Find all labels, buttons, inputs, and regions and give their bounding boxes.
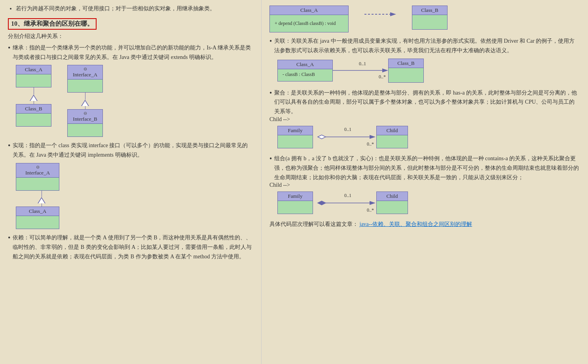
bullet-composition: • 组合(a 拥有 b，a 没了 b 也就没了，实心)：也是关联关系的一种特例，… [269, 154, 580, 214]
svg-marker-9 [370, 201, 376, 205]
comp-text: 组合(a 拥有 b，a 没了 b 也就没了，实心)：也是关联关系的一种特例，他体… [274, 154, 580, 182]
dep-class-b: Class_B [412, 6, 448, 30]
assoc-text: 关联：关联关系在 java 中一般使用成员变量来实现，有时也用方法形参的形式实现… [274, 36, 580, 55]
bullet-aggregation: • 聚合：是关联关系的一种特例，他体现的是整体与部分、拥有的关系，即 has-a… [269, 88, 580, 148]
impl-class-a: Class_A [16, 207, 59, 229]
section-title: 10、继承和聚合的区别在哪。 [8, 18, 97, 30]
comp-dot: • [269, 154, 272, 164]
bullet-association: • 关联：关联关系在 java 中一般使用成员变量来实现，有时也用方法形参的形式… [269, 36, 580, 83]
assoc-class-a: Class_A - classB : ClassB [277, 60, 333, 82]
aggr-text: 聚合：是关联关系的一种特例，他体现的是整体与部分、拥有的关系，即 has-a 的… [274, 88, 580, 116]
association-diagram: Class_A - classB : ClassB 0..1 0..* Clas… [277, 59, 580, 83]
assoc-class-b: Class_B [388, 59, 424, 83]
implement-text: 实现：指的是一个 class 类实现 interface 接口（可以多个）的功能… [13, 141, 253, 160]
mult-0-1-top: 0..1 [355, 61, 366, 67]
class-a-box: Class_A [16, 65, 51, 87]
interface-a-box: ⊖ Interface_A [67, 65, 103, 93]
bullet-inheritance: • 继承：指的是一个类继承另一个类的功能，并可以增加自己的的新功能的能力，Is-… [8, 43, 253, 137]
implementation-diagram: ⊖ Interface_A Class_A [16, 163, 253, 229]
comp-arrow-svg [313, 199, 376, 207]
interface-b-box: ⊖ Interface_B [67, 109, 103, 137]
bullet-dot: • [8, 43, 10, 53]
aggr-mult-bottom: 0..* [313, 141, 376, 147]
svg-marker-4 [318, 135, 326, 139]
dep-class-a: Class_A + depend (ClassB classB) : void [269, 6, 349, 32]
comp-mult-top: 0..1 [338, 193, 351, 199]
dep-dashed-arrow-svg [364, 11, 396, 17]
dependency-top-diagram: Class_A + depend (ClassB classB) : void … [269, 6, 580, 32]
footer-prefix: 具体代码层次理解可以看这篇文章： [269, 221, 358, 227]
bullet-dot-3: • [8, 233, 10, 243]
intro-bullet: 若行为跨越不同类的对象，可使用接口；对于一些相似的实对象，用继承抽象类。 [16, 4, 253, 13]
inheritance-diagram: Class_A Class_B ⊖ Interface_A [16, 65, 253, 137]
comp-family: Family [277, 191, 313, 214]
composition-diagram: Family 0..1 0..* Child [277, 191, 580, 214]
class-b-box: Class_B [16, 104, 51, 127]
aggr-family: Family [277, 126, 313, 148]
bullet-dependency: • 依赖：可以简单的理解，就是一个类 A 使用到了另一个类 B，而这种使用关系是… [8, 233, 253, 261]
left-column: 若行为跨越不同类的对象，可使用接口；对于一些相似的实对象，用继承抽象类。 10、… [0, 0, 261, 364]
aggregation-diagram: Family 0..1 0..* Child [277, 126, 580, 148]
impl-interface-a: ⊖ Interface_A [16, 163, 59, 191]
svg-marker-1 [390, 12, 396, 16]
bullet-dot-2: • [8, 141, 10, 151]
right-column: Class_A + depend (ClassB classB) : void … [261, 0, 588, 364]
depend-text: 依赖：可以简单的理解，就是一个类 A 使用到了另一个类 B，而这种使用关系是具有… [13, 233, 253, 261]
aggr-mult-top: 0..1 [338, 127, 351, 133]
footer-link[interactable]: java--依赖、关联、聚合和组合之间区别的理解 [360, 221, 472, 227]
svg-marker-3 [382, 68, 388, 72]
aggr-arrow-svg [313, 133, 376, 141]
svg-marker-6 [370, 135, 376, 139]
sub-intro: 分别介绍这几种关系： [8, 33, 253, 40]
svg-marker-7 [318, 201, 326, 205]
aggr-dot: • [269, 88, 272, 98]
bullet-implementation: • 实现：指的是一个 class 类实现 interface 接口（可以多个）的… [8, 141, 253, 229]
comp-child: Child [376, 191, 408, 214]
mult-0-n-bottom: 0..* [333, 74, 388, 80]
footer-section: 具体代码层次理解可以看这篇文章： java--依赖、关联、聚合和组合之间区别的理… [269, 220, 580, 229]
aggr-child: Child [376, 126, 408, 148]
comp-mult-bottom: 0..* [313, 207, 376, 213]
inherit-text: 继承：指的是一个类继承另一个类的功能，并可以增加自己的的新功能的能力，Is-A … [13, 43, 253, 62]
assoc-dot: • [269, 36, 272, 46]
assoc-arrow-svg [333, 67, 388, 74]
